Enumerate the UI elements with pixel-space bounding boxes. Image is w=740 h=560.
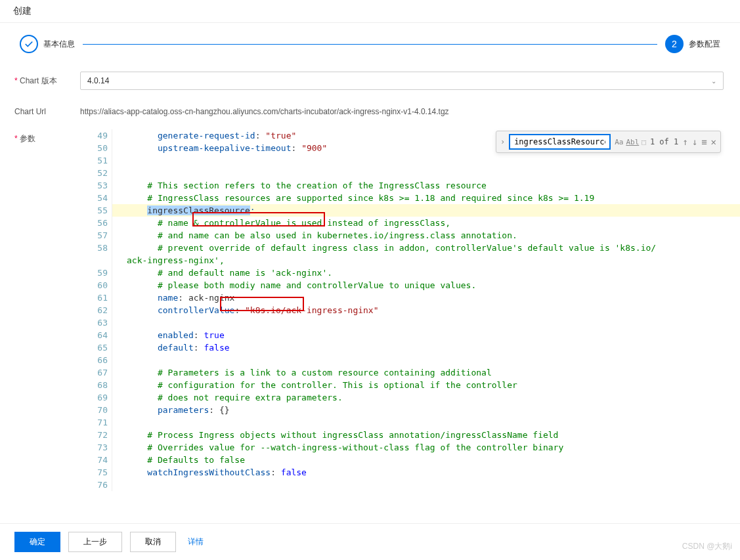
chevron-down-icon: ⌄	[711, 77, 716, 85]
highlight-box	[220, 297, 304, 311]
find-input[interactable]	[509, 134, 611, 150]
find-count: 1 of 1	[650, 136, 678, 148]
step-label: 参数配置	[689, 39, 720, 50]
find-next-icon[interactable]: ↓	[692, 136, 697, 148]
find-filter-icon[interactable]: ≡	[701, 136, 707, 148]
step-number: 2	[665, 35, 684, 53]
select-value: 4.0.14	[87, 76, 109, 85]
step-label: 基本信息	[43, 39, 75, 50]
check-icon	[20, 35, 38, 53]
close-icon[interactable]: ✕	[711, 136, 716, 148]
params-label: 参数	[14, 129, 80, 144]
page-title: 创建	[0, 0, 740, 23]
step-params[interactable]: 2 参数配置	[665, 35, 720, 53]
steps: 基本信息 2 参数配置	[0, 23, 740, 65]
chart-version-label: Chart 版本	[14, 72, 80, 87]
code-editor[interactable]: 49505152535455565758 5960616263646566676…	[80, 129, 724, 494]
form: Chart 版本 4.0.14 ⌄ Chart Url https://alia…	[0, 65, 740, 500]
chevron-right-icon[interactable]: ›	[500, 136, 505, 148]
line-gutter: 49505152535455565758 5960616263646566676…	[80, 129, 112, 491]
find-options[interactable]: Aa Abl ⬚	[615, 136, 646, 148]
step-divider	[83, 44, 657, 45]
highlight-box	[192, 212, 325, 226]
code-area[interactable]: generate-request-id: "true" upstream-kee…	[112, 129, 724, 491]
find-widget[interactable]: › Aa Abl ⬚ 1 of 1 ↑ ↓ ≡ ✕	[496, 131, 721, 153]
chart-url-label: Chart Url	[14, 103, 80, 116]
find-prev-icon[interactable]: ↑	[682, 136, 687, 148]
chart-url-value: https://aliacs-app-catalog.oss-cn-hangzh…	[80, 103, 726, 116]
step-basic-info[interactable]: 基本信息	[20, 35, 75, 53]
chart-version-select[interactable]: 4.0.14 ⌄	[80, 72, 724, 90]
